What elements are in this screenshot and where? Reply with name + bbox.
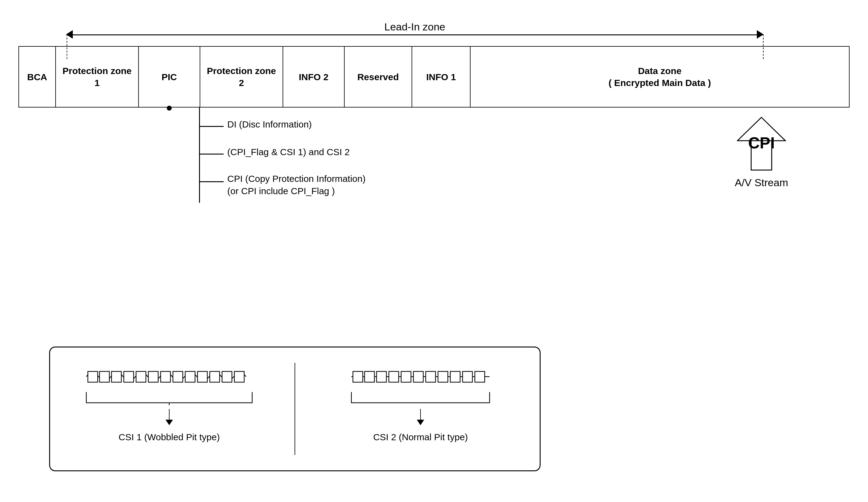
svg-rect-19: [389, 371, 399, 382]
wobbled-pits-svg: [83, 363, 255, 390]
zone-protection2: Protection zone 2: [200, 47, 283, 107]
svg-rect-10: [197, 371, 207, 382]
cpi-include-label: (or CPI include CPI_Flag ): [227, 186, 335, 196]
svg-rect-11: [210, 371, 220, 382]
cpi-arrow-label: CPI: [748, 134, 775, 152]
cpi-label: CPI (Copy Protection Information): [227, 174, 365, 184]
lead-in-arrow-line: [72, 34, 758, 35]
svg-rect-21: [413, 371, 423, 382]
svg-rect-3: [112, 371, 121, 382]
zone-pic: PIC: [139, 47, 200, 107]
di-label: DI (Disc Information): [227, 119, 312, 130]
arrow-right-icon: [757, 30, 764, 39]
pic-vertical-line: [199, 107, 200, 203]
zones-row: BCA Protection zone 1 PIC Protection zon…: [19, 46, 849, 107]
main-diagram: Lead-In zone BCA Protection zone 1 PIC P…: [19, 19, 849, 483]
svg-rect-1: [88, 371, 98, 382]
pic-line-2: [199, 154, 224, 155]
csi1-section: CSI 1 (Wobbled Pit type): [69, 363, 270, 442]
svg-rect-8: [173, 371, 183, 382]
bottom-box: CSI 1 (Wobbled Pit type): [49, 347, 540, 471]
pic-dot: [167, 106, 172, 111]
svg-rect-9: [185, 371, 195, 382]
csi2-label: CSI 2 (Normal Pit type): [373, 432, 468, 442]
zone-reserved: Reserved: [345, 47, 412, 107]
svg-rect-5: [136, 371, 146, 382]
svg-rect-22: [426, 371, 435, 382]
svg-rect-18: [376, 371, 386, 382]
svg-rect-4: [124, 371, 134, 382]
zone-info1: INFO 1: [412, 47, 471, 107]
svg-rect-13: [234, 371, 244, 382]
svg-rect-20: [401, 371, 411, 382]
csi2-bracket: [348, 390, 493, 406]
zone-data: Data zone ( Encrypted Main Data ): [471, 47, 849, 107]
normal-pits-svg: [348, 363, 493, 390]
lead-in-label: Lead-In zone: [66, 21, 764, 33]
svg-rect-17: [364, 371, 374, 382]
svg-rect-25: [463, 371, 472, 382]
csi1-arrow-down: [166, 409, 173, 425]
svg-rect-6: [148, 371, 158, 382]
csi2-section: CSI 2 (Normal Pit type): [320, 363, 521, 442]
pic-line-3: [199, 181, 224, 182]
pic-line-1: [199, 126, 224, 127]
svg-rect-7: [161, 371, 170, 382]
csi1-bracket: [83, 390, 255, 406]
cpi-flag-label: (CPI_Flag & CSI 1) and CSI 2: [227, 147, 350, 157]
svg-rect-23: [438, 371, 448, 382]
zone-protection1: Protection zone 1: [56, 47, 139, 107]
zone-bca: BCA: [19, 47, 56, 107]
av-stream-label: A/V Stream: [735, 177, 788, 188]
section-divider: [294, 363, 296, 455]
cpi-arrow-container: CPI A/V Stream: [735, 117, 788, 188]
svg-rect-16: [353, 371, 363, 382]
svg-rect-26: [475, 371, 485, 382]
zone-info2: INFO 2: [283, 47, 345, 107]
svg-rect-2: [100, 371, 109, 382]
svg-rect-24: [450, 371, 460, 382]
csi2-arrow-down: [417, 409, 424, 425]
svg-rect-12: [222, 371, 232, 382]
csi1-label: CSI 1 (Wobbled Pit type): [118, 432, 220, 442]
